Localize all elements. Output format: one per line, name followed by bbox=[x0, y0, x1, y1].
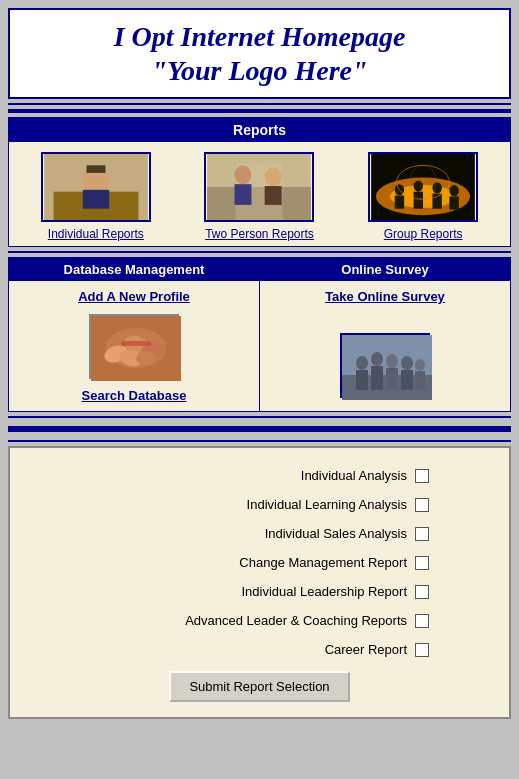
svg-point-23 bbox=[450, 185, 459, 196]
database-image bbox=[89, 314, 179, 379]
sales-analysis-label: Individual Sales Analysis bbox=[265, 526, 407, 541]
report-item-individual: Individual Reports bbox=[41, 152, 151, 241]
career-report-label: Career Report bbox=[325, 642, 407, 657]
checklist-row-change-management: Change Management Report bbox=[30, 555, 489, 570]
take-online-survey-link[interactable]: Take Online Survey bbox=[325, 289, 445, 304]
survey-panel-header: Online Survey bbox=[260, 258, 510, 281]
svg-rect-24 bbox=[450, 197, 459, 210]
svg-rect-41 bbox=[371, 366, 383, 390]
database-panel-content: Add A New Profile Search Database bbox=[9, 281, 259, 411]
svg-point-12 bbox=[265, 167, 282, 186]
svg-point-38 bbox=[356, 356, 368, 370]
db-survey-section: Database Management Add A New Profile bbox=[8, 257, 511, 412]
divider-5 bbox=[8, 440, 511, 442]
individual-analysis-checkbox[interactable] bbox=[415, 469, 429, 483]
search-database-link[interactable]: Search Database bbox=[82, 388, 187, 403]
svg-point-42 bbox=[386, 354, 398, 368]
survey-panel: Online Survey Take Online Survey bbox=[260, 258, 510, 411]
svg-rect-13 bbox=[265, 186, 282, 205]
svg-rect-22 bbox=[433, 194, 442, 209]
checklist-section: Individual Analysis Individual Learning … bbox=[8, 446, 511, 719]
reports-section: Reports Individual Reports bbox=[8, 117, 511, 247]
checklist-row-learning-analysis: Individual Learning Analysis bbox=[30, 497, 489, 512]
submit-report-button[interactable]: Submit Report Selection bbox=[169, 671, 349, 702]
thick-divider bbox=[8, 426, 511, 432]
sales-analysis-checkbox[interactable] bbox=[415, 527, 429, 541]
change-management-checkbox[interactable] bbox=[415, 556, 429, 570]
divider-3 bbox=[8, 251, 511, 253]
svg-rect-35 bbox=[121, 341, 151, 346]
checklist-row-sales-analysis: Individual Sales Analysis bbox=[30, 526, 489, 541]
reports-row: Individual Reports Two Person Reports bbox=[9, 142, 510, 246]
divider-2 bbox=[8, 109, 511, 113]
leadership-report-checkbox[interactable] bbox=[415, 585, 429, 599]
svg-rect-4 bbox=[83, 190, 109, 209]
two-person-report-image bbox=[204, 152, 314, 222]
two-person-reports-link[interactable]: Two Person Reports bbox=[205, 227, 314, 241]
advanced-leader-checkbox[interactable] bbox=[415, 614, 429, 628]
report-item-two-person: Two Person Reports bbox=[204, 152, 314, 241]
individual-report-image bbox=[41, 152, 151, 222]
reports-header: Reports bbox=[9, 118, 510, 142]
header-line1: I Opt Internet Homepage bbox=[114, 21, 406, 52]
change-management-label: Change Management Report bbox=[239, 555, 407, 570]
svg-point-46 bbox=[415, 359, 425, 371]
group-report-image bbox=[368, 152, 478, 222]
checklist-row-advanced-leader: Advanced Leader & Coaching Reports bbox=[30, 613, 489, 628]
database-panel: Database Management Add A New Profile bbox=[9, 258, 260, 411]
submit-row: Submit Report Selection bbox=[30, 671, 489, 702]
checklist-row-leadership-report: Individual Leadership Report bbox=[30, 584, 489, 599]
learning-analysis-label: Individual Learning Analysis bbox=[247, 497, 407, 512]
survey-title: Online Survey bbox=[341, 262, 428, 277]
learning-analysis-checkbox[interactable] bbox=[415, 498, 429, 512]
add-new-profile-link[interactable]: Add A New Profile bbox=[78, 289, 190, 304]
career-report-checkbox[interactable] bbox=[415, 643, 429, 657]
leadership-report-label: Individual Leadership Report bbox=[242, 584, 408, 599]
header-box: I Opt Internet Homepage "Your Logo Here" bbox=[8, 8, 511, 99]
group-reports-link[interactable]: Group Reports bbox=[384, 227, 463, 241]
advanced-leader-label: Advanced Leader & Coaching Reports bbox=[185, 613, 407, 628]
individual-analysis-label: Individual Analysis bbox=[301, 468, 407, 483]
survey-panel-content: Take Online Survey bbox=[260, 281, 510, 411]
svg-point-40 bbox=[371, 352, 383, 366]
report-item-group: Group Reports bbox=[368, 152, 478, 241]
individual-reports-link[interactable]: Individual Reports bbox=[48, 227, 144, 241]
svg-rect-18 bbox=[395, 196, 404, 209]
svg-rect-43 bbox=[386, 368, 398, 390]
checklist-row-career-report: Career Report bbox=[30, 642, 489, 657]
svg-rect-39 bbox=[356, 370, 368, 390]
database-panel-header: Database Management bbox=[9, 258, 259, 281]
svg-rect-45 bbox=[401, 370, 413, 390]
svg-rect-20 bbox=[414, 192, 423, 209]
svg-rect-11 bbox=[235, 184, 252, 205]
header-title: I Opt Internet Homepage "Your Logo Here" bbox=[20, 20, 499, 87]
svg-rect-47 bbox=[415, 371, 425, 390]
header-line2: "Your Logo Here" bbox=[151, 55, 367, 86]
svg-point-44 bbox=[401, 356, 413, 370]
svg-point-10 bbox=[235, 166, 252, 185]
divider-1 bbox=[8, 103, 511, 105]
survey-image bbox=[340, 333, 430, 398]
divider-4 bbox=[8, 416, 511, 418]
reports-title: Reports bbox=[233, 122, 286, 138]
database-title: Database Management bbox=[64, 262, 205, 277]
svg-rect-6 bbox=[86, 166, 105, 174]
checklist-row-individual-analysis: Individual Analysis bbox=[30, 468, 489, 483]
